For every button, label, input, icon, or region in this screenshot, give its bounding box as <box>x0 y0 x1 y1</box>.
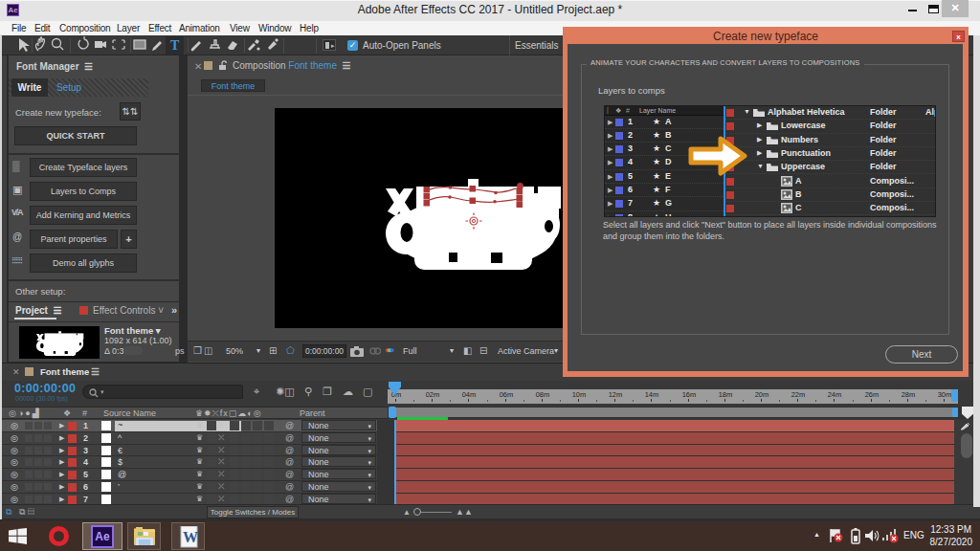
svg-text:T: T <box>170 38 180 53</box>
svg-text:W: W <box>183 529 198 545</box>
